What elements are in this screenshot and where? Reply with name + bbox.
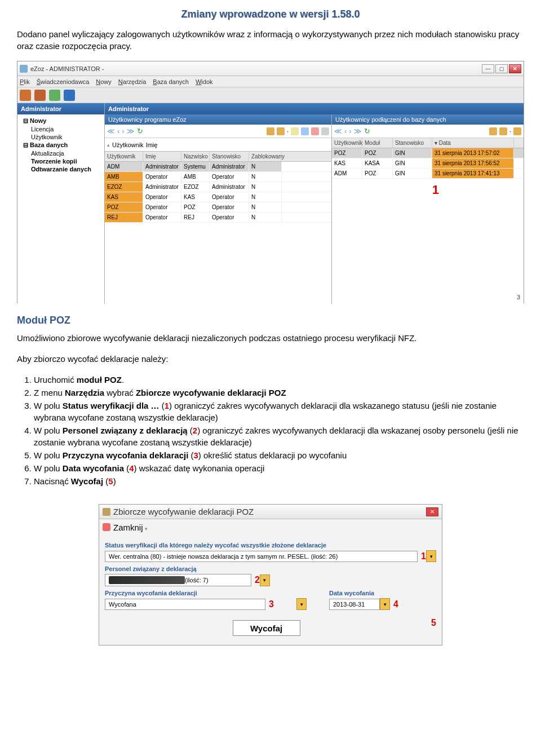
first-icon[interactable]: ≪ [334,127,342,135]
grid-icon[interactable] [267,127,274,135]
tree-node[interactable]: Baza danych [23,141,101,149]
col-header[interactable]: Stanowisko [210,152,249,161]
prev-icon[interactable]: ‹ [344,127,347,135]
paragraph-poz-1: Umożliwiono zbiorowe wycofywanie deklara… [17,332,524,344]
refresh-icon[interactable] [49,90,60,101]
menu-item[interactable]: Baza danych [153,78,189,85]
annotation-3: 3 [269,599,274,609]
maximize-button[interactable]: ▢ [495,64,508,73]
screenshot-wycofywanie-dialog: Zbiorcze wycofywanie deklaracji POZ ✕ Za… [99,504,442,646]
table-row[interactable]: AMBOperatorAMBOperatorN [105,172,331,182]
table-row[interactable]: ADMPOZGIN31 sierpnia 2013 17:41:13 [332,169,524,179]
tree-node[interactable]: Użytkownik [23,133,101,141]
zamknij-button[interactable]: Zamknij [113,523,148,532]
edit-icon[interactable] [301,127,309,135]
paragraph-poz-2: Aby zbiorczo wycofać deklaracje należy: [17,353,524,365]
close-button[interactable]: ✕ [509,64,521,73]
col-header[interactable]: Stanowisko [393,138,432,148]
tree-node[interactable]: Licencja [23,125,101,133]
tree-node[interactable]: Aktualizacja [23,149,101,157]
last-icon[interactable]: ≫ [127,127,135,135]
col-header[interactable]: Moduł [362,138,393,148]
col-header[interactable]: Użytkownik [105,152,143,161]
annotation-1: 1 [432,183,439,197]
connected-grid: Użytkownik Moduł Stanowisko ▾ Data POZPO… [332,138,524,179]
list-item: W polu Status weryfikacji dla … (1) ogra… [34,400,524,423]
zamknij-icon [103,523,110,531]
col-header[interactable]: Nazwisko [181,152,210,161]
dropdown-icon[interactable]: ▾ [380,598,390,610]
personel-input[interactable]: (ilość: 7) [105,574,251,586]
last-icon[interactable]: ≫ [354,127,362,135]
instruction-list: Uruchomić moduł POZ. Z menu Narzędzia wy… [34,374,524,487]
dropdown-icon[interactable]: ▾ [296,598,307,610]
table-row[interactable]: POZOperatorPOZOperatorN [105,202,331,213]
menu-item[interactable]: Nowy [96,78,112,85]
next-icon[interactable]: › [349,127,351,135]
data-input[interactable]: 2013-08-31 [329,599,380,610]
print-icon[interactable] [321,127,329,135]
annotation-2: 2 [255,575,260,585]
table-row[interactable]: EZOZAdministratorEZOZAdministratorN [105,182,331,192]
navigation-tree: Administrator Nowy Licencja Użytkownik B… [17,103,105,304]
table-row[interactable]: KASOperatorKASOperatorN [105,192,331,202]
first-icon[interactable]: ≪ [107,127,115,135]
main-header: Administrator [105,103,524,114]
menu-item[interactable]: Świadczeniodawca [37,78,90,85]
list-item: Uruchomić moduł POZ. [34,374,524,386]
close-button[interactable]: ✕ [426,507,438,516]
grid-icon[interactable] [489,127,497,135]
label-status: Status weryfikacji dla którego należy wy… [105,542,436,549]
connected-panel-header: Użytkownicy podłączeni do bazy danych [332,114,524,125]
intro-paragraph: Dodano panel wyliczający zalogowanych uż… [17,28,524,52]
grid-icon[interactable] [513,127,521,135]
prev-icon[interactable]: ‹ [117,127,119,135]
menu-item[interactable]: Widok [196,78,213,85]
redacted-text [109,576,185,584]
menu-item[interactable]: Plik [20,78,30,85]
window-title: eZoz - ADMINISTRATOR - [30,65,481,72]
table-row[interactable]: REJOperatorREJOperatorN [105,213,331,223]
col-header[interactable]: Zablokowany [249,152,282,161]
label-przyczyna: Przyczyna wycofania deklaracji [105,590,307,596]
sort-label: Użytkownik [112,142,144,148]
lock-icon[interactable] [311,127,319,135]
table-row[interactable]: POZPOZGIN31 sierpnia 2013 17:57:02 [332,148,524,158]
menu-item[interactable]: Narzędzia [118,78,147,85]
status-input[interactable]: Wer. centralna (80) - istnieje nowsza de… [105,551,418,562]
tree-header: Administrator [17,103,104,114]
minimize-button[interactable]: — [482,64,494,73]
table-row[interactable]: KASKASAGIN31 sierpnia 2013 17:56:52 [332,158,524,169]
list-item: W polu Personel związany z deklaracją (2… [34,425,524,448]
section-heading-poz: Moduł POZ [17,315,524,326]
record-count: 3 [517,294,520,300]
users-grid: Użytkownik Imię Nazwisko Stanowisko Zabl… [105,152,331,223]
add-icon[interactable] [291,127,299,135]
list-item: W polu Data wycofania (4) wskazać datę w… [34,462,524,474]
grid-icon[interactable] [499,127,507,135]
annotation-1: 1 [421,551,426,562]
user-icon[interactable] [20,90,31,101]
tree-node[interactable]: Nowy [23,117,101,125]
users-icon[interactable] [34,90,46,101]
przyczyna-input[interactable]: Wycofana [105,599,265,610]
wycofaj-button[interactable]: Wycofaj [233,620,300,636]
col-header[interactable]: Imię [143,152,181,161]
database-icon[interactable] [64,90,75,101]
next-icon[interactable]: › [122,127,124,135]
table-row[interactable]: ADM Administrator Systemu Administrator … [105,162,331,172]
tree-node[interactable]: Tworzenie kopii [23,157,101,165]
list-item: W polu Przyczyna wycofania deklaracji (3… [34,449,524,461]
dropdown-icon[interactable]: ▾ [426,550,436,562]
grid-icon[interactable] [277,127,285,135]
refresh-icon[interactable]: ↻ [364,127,370,135]
col-header[interactable]: ▾ Data [432,138,514,148]
list-item: Z menu Narzędzia wybrać Zbiorcze wycofyw… [34,387,524,399]
app-icon [20,65,28,73]
toolbar [17,87,524,103]
page-title: Zmiany wprowadzone w wersji 1.58.0 [17,8,524,20]
tree-node[interactable]: Odtwarzanie danych [23,165,101,173]
col-header[interactable]: Użytkownik [332,138,362,148]
refresh-icon[interactable]: ↻ [137,127,143,135]
dropdown-icon[interactable]: ▾ [260,574,270,586]
